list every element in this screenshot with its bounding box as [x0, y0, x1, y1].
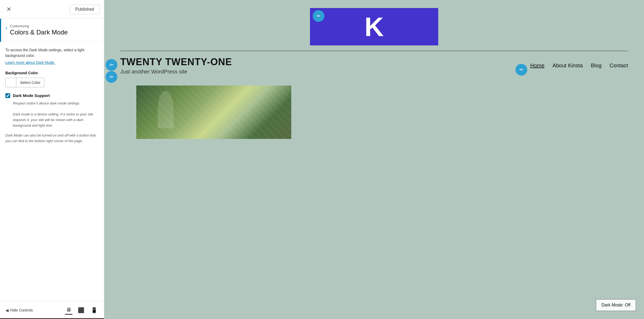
device-icons: 🖥 ⬛ 📱	[65, 306, 99, 315]
hide-controls-button[interactable]: ◀ Hide Controls	[5, 308, 33, 313]
logo-edit-button[interactable]	[313, 10, 324, 22]
site-name: TWENTY TWENTY-ONE	[120, 56, 232, 68]
nav-link-blog[interactable]: Blog	[591, 63, 602, 69]
mobile-view-button[interactable]: 📱	[90, 306, 99, 315]
site-identity-pencil-icon	[110, 62, 114, 68]
hide-controls-label: Hide Controls	[10, 308, 33, 312]
info-text: To access the Dark Mode settings, select…	[5, 47, 99, 59]
tagline-pencil-icon	[110, 74, 114, 80]
preview-area: K TWENTY TWENTY-ONE Just another WordPre…	[104, 0, 644, 319]
site-tagline: Just another WordPress site	[120, 69, 232, 75]
logo-box: K	[310, 8, 438, 45]
back-icon: ‹	[5, 25, 7, 31]
color-swatch	[6, 78, 16, 87]
desktop-icon: 🖥	[66, 307, 71, 313]
section-title-wrap: Customizing Colors & Dark Mode	[10, 24, 68, 36]
select-color-button[interactable]: Select Color	[5, 78, 44, 87]
dark-mode-toggle-label: Dark Mode: Off	[602, 303, 630, 307]
nav-menu: Home About Kinsta Blog Contact	[530, 63, 628, 69]
dark-mode-section: Dark Mode Support Respect visitor's devi…	[5, 93, 99, 144]
bg-color-label: Background Color	[5, 71, 99, 75]
section-subtitle: Customizing	[10, 24, 68, 28]
preview-divider	[120, 51, 628, 51]
learn-more-link[interactable]: Learn more about Dark Mode.	[5, 60, 55, 65]
desktop-view-button[interactable]: 🖥	[65, 306, 72, 315]
back-button[interactable]: ‹	[5, 24, 7, 32]
blog-image	[136, 85, 291, 139]
mobile-icon: 📱	[91, 307, 98, 313]
dark-mode-label[interactable]: Dark Mode Support	[13, 93, 50, 98]
dark-mode-description-1: Respect visitor's device dark mode setti…	[5, 101, 99, 129]
section-header: ‹ Customizing Colors & Dark Mode	[0, 19, 104, 42]
nav-link-about[interactable]: About Kinsta	[553, 63, 583, 69]
logo-area: K	[104, 0, 644, 45]
nav-edit-button[interactable]	[515, 64, 527, 76]
tablet-icon: ⬛	[78, 307, 84, 313]
section-title: Colors & Dark Mode	[10, 29, 68, 36]
customizer-panel: ✕ Published ‹ Customizing Colors & Dark …	[0, 0, 104, 319]
tablet-view-button[interactable]: ⬛	[77, 306, 86, 315]
dark-mode-checkbox[interactable]	[5, 93, 10, 98]
arrow-left-icon: ◀	[5, 308, 9, 313]
nav-link-home[interactable]: Home	[530, 63, 544, 69]
close-button[interactable]: ✕	[4, 5, 13, 14]
pencil-icon	[317, 13, 321, 19]
checkbox-row: Dark Mode Support	[5, 93, 99, 98]
bottom-bar: ◀ Hide Controls 🖥 ⬛ 📱	[0, 301, 104, 319]
site-identity-edit-button[interactable]	[106, 59, 117, 71]
dark-mode-toggle-button[interactable]: Dark Mode: Off	[596, 299, 636, 311]
content-area	[104, 75, 644, 139]
nav-pencil-icon	[519, 67, 523, 73]
dark-mode-description-2: Dark Mode can also be turned on and off …	[5, 133, 99, 144]
published-button[interactable]: Published	[70, 5, 100, 14]
published-label: Published	[75, 7, 94, 11]
close-icon: ✕	[6, 6, 11, 13]
select-color-text: Select Color	[16, 80, 44, 85]
logo-letter: K	[364, 13, 384, 40]
tagline-edit-button[interactable]	[106, 71, 117, 83]
site-identity: TWENTY TWENTY-ONE Just another WordPress…	[120, 56, 232, 75]
top-bar: ✕ Published	[0, 0, 104, 19]
nav-area: TWENTY TWENTY-ONE Just another WordPress…	[104, 56, 644, 75]
panel-content: To access the Dark Mode settings, select…	[0, 42, 104, 301]
nav-link-contact[interactable]: Contact	[610, 63, 628, 69]
